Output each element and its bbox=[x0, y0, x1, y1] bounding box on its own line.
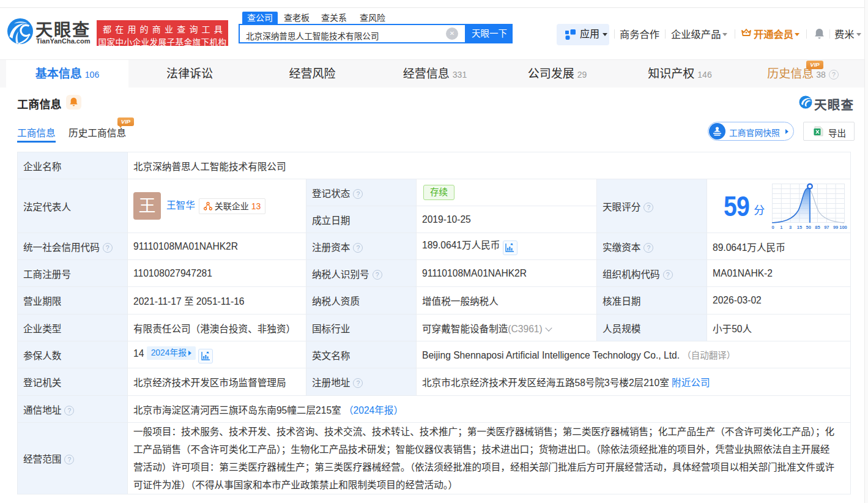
svg-text:85: 85 bbox=[815, 225, 820, 230]
svg-text:50: 50 bbox=[806, 225, 811, 230]
svg-text:97: 97 bbox=[824, 225, 829, 230]
svg-text:100: 100 bbox=[839, 225, 847, 230]
svg-text:15: 15 bbox=[797, 225, 802, 230]
svg-text:3: 3 bbox=[789, 225, 792, 230]
svg-text:1: 1 bbox=[780, 225, 782, 230]
svg-text:0: 0 bbox=[771, 225, 774, 230]
svg-text:99: 99 bbox=[833, 225, 838, 230]
